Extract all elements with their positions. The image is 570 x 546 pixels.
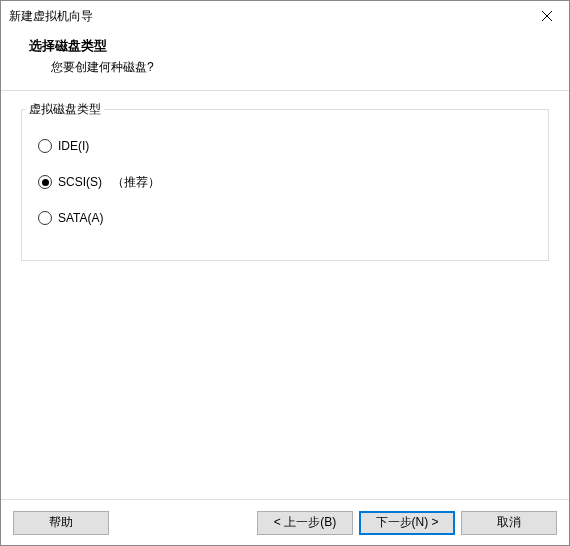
cancel-button[interactable]: 取消 <box>461 511 557 535</box>
radio-recommended: （推荐） <box>112 174 160 191</box>
page-subtitle: 您要创建何种磁盘? <box>29 59 569 76</box>
wizard-window: 新建虚拟机向导 选择磁盘类型 您要创建何种磁盘? 虚拟磁盘类型 IDE(I) S… <box>0 0 570 546</box>
window-title: 新建虚拟机向导 <box>9 8 93 25</box>
back-button[interactable]: < 上一步(B) <box>257 511 353 535</box>
disk-type-group: 虚拟磁盘类型 IDE(I) SCSI(S) （推荐） SATA(A) <box>21 109 549 261</box>
radio-option-scsi[interactable]: SCSI(S) （推荐） <box>38 164 532 200</box>
page-title: 选择磁盘类型 <box>29 37 569 55</box>
close-button[interactable] <box>524 1 569 31</box>
group-legend: 虚拟磁盘类型 <box>26 101 104 118</box>
wizard-footer: 帮助 < 上一步(B) 下一步(N) > 取消 <box>1 499 569 545</box>
radio-label: SATA(A) <box>58 211 104 225</box>
radio-label: SCSI(S) <box>58 175 102 189</box>
radio-icon <box>38 211 52 225</box>
titlebar: 新建虚拟机向导 <box>1 1 569 31</box>
radio-icon <box>38 139 52 153</box>
help-button[interactable]: 帮助 <box>13 511 109 535</box>
radio-label: IDE(I) <box>58 139 89 153</box>
radio-option-sata[interactable]: SATA(A) <box>38 200 532 236</box>
next-button[interactable]: 下一步(N) > <box>359 511 455 535</box>
wizard-header: 选择磁盘类型 您要创建何种磁盘? <box>1 31 569 91</box>
content-area: 虚拟磁盘类型 IDE(I) SCSI(S) （推荐） SATA(A) <box>1 91 569 499</box>
radio-option-ide[interactable]: IDE(I) <box>38 128 532 164</box>
radio-icon <box>38 175 52 189</box>
close-icon <box>542 11 552 21</box>
